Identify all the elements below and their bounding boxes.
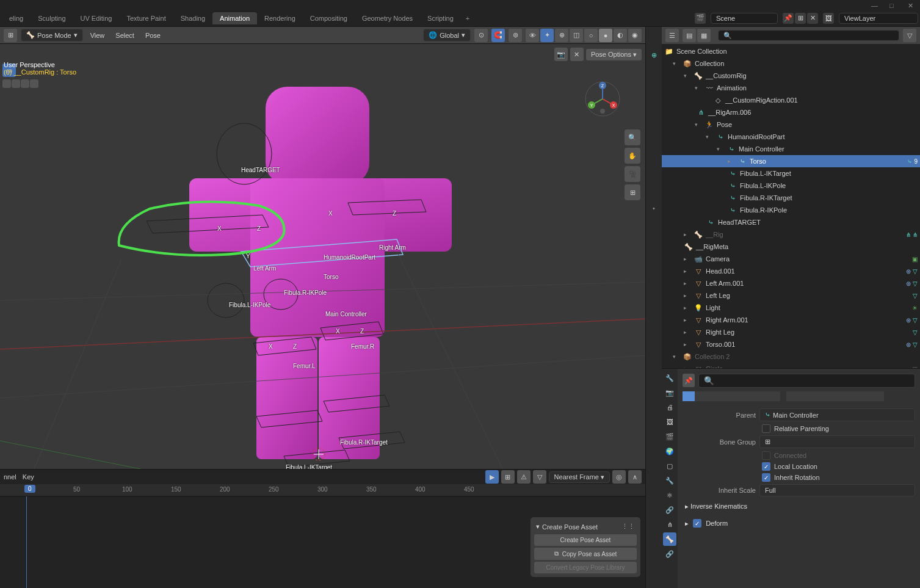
tree-torso001[interactable]: ▸ ▽ Torso.001 ⊛▽: [662, 338, 920, 350]
tree-fib-r-pole[interactable]: ⤷ Fibula.R-IKPole: [662, 204, 920, 216]
snap-icon[interactable]: 🧲: [491, 29, 505, 42]
bone-group-value[interactable]: ⊞: [759, 435, 915, 448]
tree-circle[interactable]: ▸ ▽ Circle ▽: [662, 363, 920, 368]
chevron-right-icon[interactable]: ▸: [684, 256, 691, 262]
close-icon[interactable]: ✕: [908, 2, 914, 8]
outliner-search[interactable]: [718, 30, 899, 41]
chevron-down-icon[interactable]: ▾: [717, 146, 724, 152]
tree-rightleg[interactable]: ▸ ▽ Right Leg ▽: [662, 326, 920, 338]
deform-section-header[interactable]: ▸ Deform: [683, 517, 915, 530]
tgt-icon[interactable]: ◎: [612, 470, 626, 484]
outliner-mode-icon[interactable]: ☰: [665, 29, 679, 42]
tree-collection[interactable]: ▾ 📦 Collection: [662, 57, 920, 70]
tree-leftarm001[interactable]: ▸ ▽ Left Arm.001 ⊛▽: [662, 277, 920, 289]
rendered-icon[interactable]: ◉: [628, 29, 642, 42]
pose-asset-header[interactable]: ▾ Create Pose Asset ⋮⋮: [534, 521, 637, 532]
tab-modeling[interactable]: eling: [2, 12, 31, 24]
props-tab-view[interactable]: 🖼: [663, 415, 676, 429]
close-region-icon[interactable]: ✕: [570, 48, 584, 61]
filter-icon-1[interactable]: ⊞: [501, 470, 515, 484]
tree-leftleg[interactable]: ▸ ▽ Left Leg ▽: [662, 289, 920, 302]
axis-gizmo[interactable]: X Y Z: [584, 81, 621, 117]
menu-view[interactable]: View: [87, 31, 109, 40]
zoom-tool-icon[interactable]: 🔍: [625, 129, 640, 145]
deform-check[interactable]: [693, 519, 701, 528]
props-tab-output[interactable]: 🖨: [663, 401, 676, 414]
viewport-3d[interactable]: ▭ 📷 ✕ Pose Options ▾ User Perspective: [0, 44, 645, 469]
delete-icon[interactable]: ✕: [807, 13, 818, 24]
props-tab-constraint[interactable]: 🔗: [663, 503, 676, 517]
tree-action[interactable]: ◇ __CustomRigAction.001: [662, 94, 920, 106]
tree-rigarm[interactable]: ⋔ __RigArm.006: [662, 106, 920, 118]
pan-tool-icon[interactable]: ✋: [625, 148, 640, 164]
chevron-right-icon[interactable]: ▸: [684, 268, 691, 274]
warning-icon[interactable]: ⚠: [517, 470, 531, 484]
chevron-down-icon[interactable]: ▾: [673, 354, 680, 360]
outl-toggle-2[interactable]: ▦: [697, 29, 711, 42]
editor-type-icon[interactable]: ⊞: [4, 29, 17, 42]
tree-rig-meta[interactable]: 🦴 __RigMeta: [662, 241, 920, 253]
chevron-right-icon[interactable]: ▸: [684, 305, 691, 311]
chevron-down-icon[interactable]: ▾: [706, 134, 713, 140]
convert-pose-button[interactable]: Convert Legacy Pose Library: [534, 562, 637, 573]
tree-pose[interactable]: ▾ 🏃 Pose: [662, 118, 920, 131]
tree-head-target[interactable]: ⤷ HeadTARGET: [662, 216, 920, 228]
props-tab-tool[interactable]: 🔧: [663, 371, 676, 385]
chevron-right-icon[interactable]: ▸: [684, 341, 691, 347]
tab-rendering[interactable]: Rendering: [257, 12, 303, 24]
material-icon[interactable]: ◐: [614, 29, 627, 42]
xray-icon[interactable]: ◫: [570, 29, 583, 42]
filter-icon-2[interactable]: ▽: [533, 470, 546, 484]
timeline-menu-key[interactable]: Key: [23, 473, 34, 481]
proportional-icon[interactable]: ⊚: [509, 29, 522, 42]
chevron-right-icon[interactable]: ▸: [684, 292, 691, 299]
props-tab-object[interactable]: ▢: [663, 459, 676, 473]
tree-collection2[interactable]: ▾ 📦 Collection 2: [662, 350, 920, 363]
outliner-dot-icon[interactable]: •: [653, 205, 655, 212]
timeline-ruler[interactable]: 0 50 100 150 200 250 300 350 400 450: [0, 484, 645, 496]
ik-section-header[interactable]: ▸ Inverse Kinematics: [683, 500, 915, 513]
outliner-filter-icon[interactable]: ▽: [903, 29, 916, 42]
solid-icon[interactable]: ●: [599, 29, 612, 42]
pose-options-dropdown[interactable]: Pose Options ▾: [586, 49, 642, 60]
create-pose-button[interactable]: Create Pose Asset: [534, 534, 637, 546]
tab-sculpting[interactable]: Sculpting: [31, 12, 73, 24]
bone-layers-1[interactable]: [683, 391, 780, 401]
select-ext-3[interactable]: [21, 79, 29, 88]
tree-head001[interactable]: ▸ ▽ Head.001 ⊛▽: [662, 265, 920, 277]
tab-scripting[interactable]: Scripting: [420, 12, 461, 24]
mode-select[interactable]: 🦴 Pose Mode ▾: [21, 29, 83, 42]
minimize-icon[interactable]: —: [871, 2, 877, 8]
tab-compositing[interactable]: Compositing: [303, 12, 355, 24]
scene-browse-icon[interactable]: 🎬: [695, 13, 706, 24]
tree-hrp[interactable]: ▾ ⤷ HumanoidRootPart: [662, 131, 920, 143]
menu-select[interactable]: Select: [112, 31, 138, 40]
pivot-icon[interactable]: ⊙: [474, 29, 488, 42]
prop-edit-icon[interactable]: ∧: [628, 470, 642, 484]
props-tab-bone[interactable]: 🦴: [663, 532, 676, 546]
timeline-menu-channel[interactable]: nnel: [4, 473, 16, 481]
relative-parenting-check[interactable]: [762, 424, 770, 433]
copy-pose-button[interactable]: ⧉ Copy Pose as Asset: [534, 548, 637, 560]
props-tab-world[interactable]: 🌍: [663, 445, 676, 458]
menu-pose[interactable]: Pose: [142, 31, 164, 40]
perspective-icon[interactable]: ⊞: [625, 184, 640, 200]
chevron-down-icon[interactable]: ▾: [695, 122, 702, 128]
props-tab-bone-constraint[interactable]: 🔗: [663, 547, 676, 561]
pin-icon[interactable]: 📌: [783, 13, 794, 24]
tree-scene-collection[interactable]: 📁 Scene Collection: [662, 45, 920, 57]
chevron-right-icon[interactable]: ▸: [684, 317, 691, 323]
inherit-rotation-check[interactable]: [762, 473, 770, 482]
select-ext-1[interactable]: [2, 79, 11, 88]
tab-texture[interactable]: Texture Paint: [120, 12, 173, 24]
props-pin-icon[interactable]: 📌: [683, 374, 695, 387]
tree-fib-l-pole[interactable]: ⤷ Fibula.L-IKPole: [662, 180, 920, 192]
bone-layers-2[interactable]: [786, 391, 884, 401]
tree-camera[interactable]: ▸ 📹 Camera ▣: [662, 253, 920, 265]
chevron-down-icon[interactable]: ▾: [673, 60, 680, 67]
chevron-right-icon[interactable]: ▸: [684, 329, 691, 335]
overlays-icon[interactable]: ⊕: [555, 29, 568, 42]
current-frame-marker[interactable]: 0: [24, 485, 35, 493]
tree-rig[interactable]: ▸ 🦴 __Rig ⋔ ⋔: [662, 228, 920, 241]
orientation-select[interactable]: 🌐 Global ▾: [423, 29, 471, 42]
